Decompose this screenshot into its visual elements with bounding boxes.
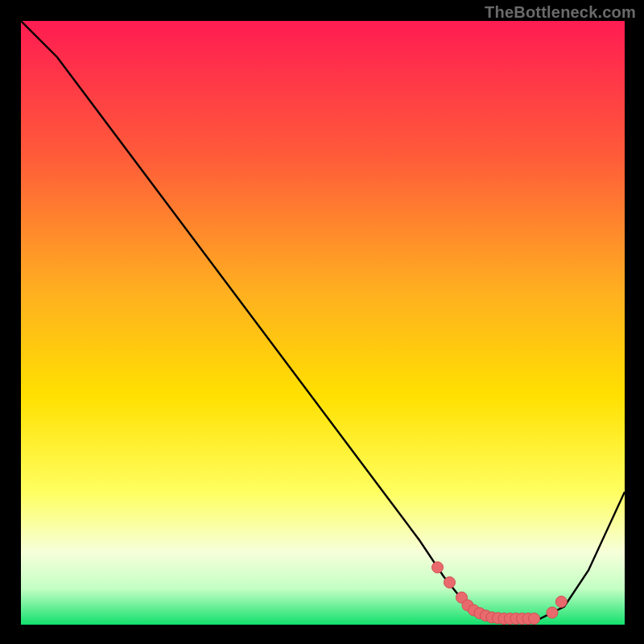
optimal-marker [547,607,558,618]
watermark: TheBottleneck.com [485,3,636,22]
chart-svg [21,21,625,625]
heat-background [21,21,625,625]
optimal-marker [444,577,456,588]
optimal-marker [555,597,567,608]
chart-plot [21,21,625,625]
optimal-marker [432,562,444,573]
optimal-marker [529,613,540,625]
chart-stage: TheBottleneck.com [0,0,644,644]
